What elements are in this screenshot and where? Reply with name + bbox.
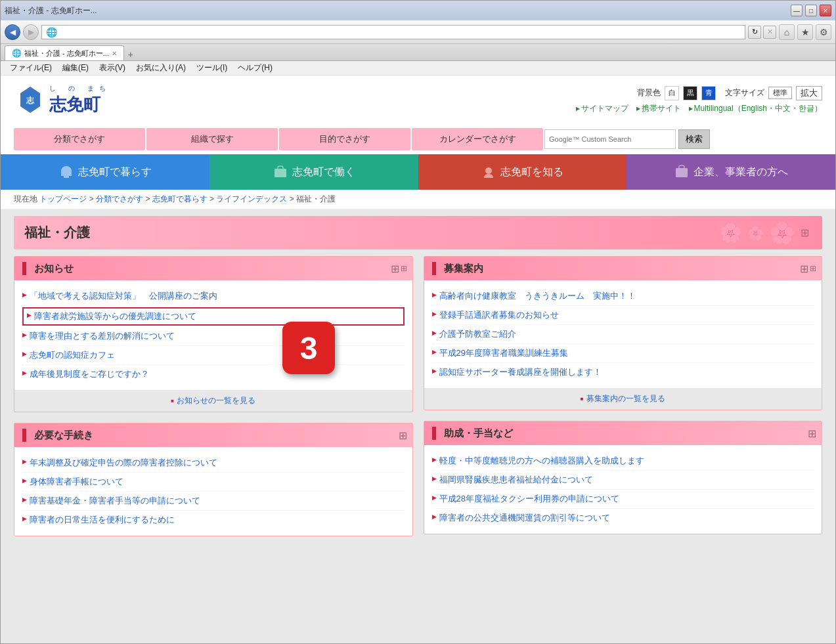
font-size-label: 文字サイズ: [725, 87, 764, 98]
bg-black-button[interactable]: 黒: [683, 86, 697, 100]
josei-link-1[interactable]: 福岡県腎臓疾患患者福祉給付金について: [432, 471, 814, 490]
oshirase-link-3[interactable]: 志免町の認知症カフェ: [22, 346, 405, 365]
breadcrumb-live[interactable]: 志免町で暮らす: [152, 194, 208, 204]
big-nav-business-label: 企業、事業者の方へ: [693, 165, 788, 179]
boshu-link-1[interactable]: 登録手話通訳者募集のお知らせ: [432, 306, 814, 325]
font-standard-button[interactable]: 標準: [768, 87, 792, 99]
close-button[interactable]: ✕: [820, 5, 831, 16]
boshu-link-2[interactable]: 介護予防教室ご紹介: [432, 325, 814, 344]
logo-text: 志免町: [49, 93, 111, 116]
breadcrumb-life[interactable]: ライフインデックス: [216, 194, 287, 204]
refresh-button[interactable]: ↻: [748, 26, 761, 39]
mobile-link[interactable]: 携帯サイト: [636, 103, 681, 114]
stop-button[interactable]: ✕: [763, 26, 776, 39]
section-accent3: [432, 262, 436, 275]
oshirase-title: お知らせ: [34, 263, 74, 275]
section-accent2: [22, 429, 26, 442]
page-title: 福祉・介護: [24, 224, 812, 242]
svg-point-2: [485, 167, 492, 174]
boshu-title: 募集案内: [444, 263, 483, 275]
section-accent: [22, 262, 26, 275]
cat4-button[interactable]: カレンダーでさがす: [412, 128, 543, 150]
boshu-link-4[interactable]: 認知症サポーター養成講座を開催します！: [432, 363, 814, 381]
business-icon: [674, 164, 690, 180]
multilingual-link[interactable]: Multilingual（English・中文・한글）: [689, 103, 822, 114]
big-nav-live[interactable]: 志免町で暮らす: [1, 154, 209, 190]
section-accent4: [432, 427, 436, 440]
know-icon: [481, 164, 496, 180]
home-button[interactable]: ⌂: [779, 24, 795, 40]
menu-tools[interactable]: ツール(I): [191, 61, 232, 75]
josei-title: 助成・手当など: [444, 427, 513, 440]
oshirase-link-0[interactable]: 「地域で考える認知症対策」 公開講座のご案内: [22, 287, 405, 306]
live-icon: [58, 164, 74, 180]
tab-close-icon[interactable]: ✕: [112, 50, 117, 57]
bg-blue-button[interactable]: 青: [701, 86, 716, 100]
breadcrumb-current-label: 現在地: [14, 194, 37, 204]
svg-rect-3: [676, 168, 688, 177]
menu-view[interactable]: 表示(V): [94, 61, 131, 75]
breadcrumb-top[interactable]: トップページ: [39, 194, 87, 204]
josei-link-3[interactable]: 障害者の公共交通機関運賃の割引等について: [432, 509, 814, 527]
big-nav-work-label: 志免町で働く: [292, 165, 355, 179]
oshirase-section: お知らせ ⊞ ⊞ 「地域で考える認知症対策」 公開講座のご案内 障害者就労施設等…: [14, 256, 413, 412]
cat2-button[interactable]: 組織で探す: [146, 128, 278, 150]
forward-button[interactable]: ▶: [23, 24, 39, 40]
boshu-view-all[interactable]: 募集案内の一覧を見る: [429, 393, 817, 404]
notification-badge: 3: [282, 322, 335, 374]
hitsuyou-link-3[interactable]: 障害者の日常生活を便利にするために: [22, 511, 405, 529]
oshirase-link-4[interactable]: 成年後見制度をご存じですか？: [22, 365, 405, 383]
big-nav-know-label: 志免町を知る: [500, 165, 563, 179]
site-logo: 志: [14, 83, 47, 116]
search-button[interactable]: 検索: [678, 129, 710, 149]
tab-label: 福祉・介護 - 志免町ホー...: [24, 49, 109, 58]
hitsuyou-link-2[interactable]: 障害基礎年金・障害者手当等の申請について: [22, 492, 405, 511]
big-nav-know[interactable]: 志免町を知る: [418, 154, 627, 190]
josei-link-0[interactable]: 軽度・中等度離聴児の方への補聴器購入を助成します: [432, 452, 814, 471]
svg-rect-1: [275, 169, 286, 177]
breadcrumb-cat[interactable]: 分類でさがす: [96, 194, 143, 204]
svg-text:志: 志: [26, 96, 35, 105]
big-nav-work[interactable]: 志免町で働く: [209, 154, 418, 190]
menu-edit[interactable]: 編集(E): [57, 61, 94, 75]
window-title: 福祉・介護 - 志免町ホー...: [5, 5, 97, 16]
bg-white-button[interactable]: 白: [665, 86, 679, 100]
big-nav-live-label: 志免町で暮らす: [78, 165, 152, 179]
menu-help[interactable]: ヘルプ(H): [232, 61, 278, 75]
hitsuyou-title: 必要な手続き: [34, 429, 93, 442]
settings-button[interactable]: ⚙: [816, 24, 831, 40]
sitemap-link[interactable]: サイトマップ: [576, 103, 628, 114]
logo-ruby: し の まち: [49, 84, 111, 93]
hitsuyou-link-0[interactable]: 年末調整及び確定申告の際の障害者控除について: [22, 454, 405, 473]
menu-file[interactable]: ファイル(E): [5, 61, 57, 75]
font-large-button[interactable]: 拡大: [796, 86, 822, 100]
breadcrumb: 現在地 トップページ > 分類でさがす > 志免町で暮らす > ライフインデック…: [1, 190, 835, 209]
menu-favorites[interactable]: お気に入り(A): [131, 61, 191, 75]
breadcrumb-current-page: 福祉・介護: [296, 194, 336, 204]
oshirase-link-1[interactable]: 障害者就労施設等からの優先調達について: [22, 307, 405, 326]
hitsuyou-link-1[interactable]: 身体障害者手帳について: [22, 473, 405, 492]
address-input[interactable]: [60, 28, 741, 37]
address-icon: 🌐: [46, 27, 57, 37]
back-button[interactable]: ◀: [5, 24, 20, 40]
tab-icon: 🌐: [12, 49, 22, 58]
oshirase-link-2[interactable]: 障害を理由とする差別の解消について: [22, 327, 405, 346]
boshu-section: 募集案内 ⊞ ⊞ 高齢者向け健康教室 うきうきルーム 実施中！！ 登録手話通訳者…: [424, 256, 823, 410]
hitsuyou-section: 必要な手続き ⊞ 年末調整及び確定申告の際の障害者控除について 身体障害者手帳に…: [14, 423, 413, 536]
page-title-banner: 福祉・介護 🌸 🌸 🌸 ⊞: [14, 216, 822, 249]
josei-section: 助成・手当など ⊞ 軽度・中等度離聴児の方への補聴器購入を助成します 福岡県腎臓…: [424, 421, 823, 534]
work-icon: [273, 164, 288, 180]
favorites-button[interactable]: ★: [797, 24, 813, 40]
big-nav-business[interactable]: 企業、事業者の方へ: [627, 154, 835, 190]
cat3-button[interactable]: 目的でさがす: [279, 128, 410, 150]
minimize-button[interactable]: —: [791, 5, 803, 16]
boshu-link-0[interactable]: 高齢者向け健康教室 うきうきルーム 実施中！！: [432, 287, 814, 306]
josei-link-2[interactable]: 平成28年度福祉タクシー利用券の申請について: [432, 490, 814, 509]
new-tab-button[interactable]: +: [124, 49, 137, 60]
oshirase-view-all[interactable]: お知らせの一覧を見る: [20, 395, 407, 406]
active-tab[interactable]: 🌐 福祉・介護 - 志免町ホー... ✕: [5, 45, 124, 60]
maximize-button[interactable]: □: [805, 5, 817, 16]
search-input[interactable]: [544, 129, 676, 149]
cat1-button[interactable]: 分類でさがす: [14, 128, 145, 150]
boshu-link-3[interactable]: 平成29年度障害者職業訓練生募集: [432, 344, 814, 363]
